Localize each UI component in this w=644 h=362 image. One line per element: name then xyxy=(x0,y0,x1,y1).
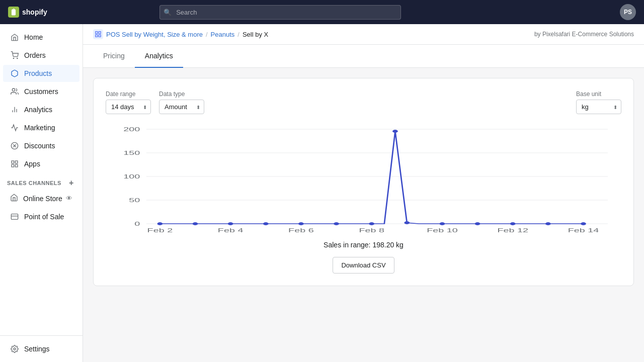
svg-text:Feb 2: Feb 2 xyxy=(147,227,173,233)
svg-text:Feb 14: Feb 14 xyxy=(568,227,599,233)
svg-rect-12 xyxy=(15,164,18,167)
avatar[interactable]: PS xyxy=(620,4,636,20)
analytics-card: Date range 14 days 7 days 30 days 90 day… xyxy=(93,78,634,286)
sidebar-item-orders[interactable]: Orders xyxy=(3,47,79,64)
data-type-group: Data type Amount Count xyxy=(159,90,204,114)
sales-channels-label: SALES CHANNELS xyxy=(7,180,61,186)
add-sales-channel-button[interactable]: + xyxy=(67,179,75,187)
app-icon xyxy=(93,29,103,39)
date-range-label: Date range xyxy=(106,90,151,98)
customers-icon xyxy=(10,87,19,96)
analytics-icon xyxy=(10,105,19,114)
settings-icon xyxy=(10,344,19,353)
breadcrumb: POS Sell by Weight, Size & more / Peanut… xyxy=(93,29,268,39)
online-store-visibility-icon[interactable]: 👁 xyxy=(66,195,72,202)
base-unit-label: Base unit xyxy=(576,90,621,98)
tab-pricing[interactable]: Pricing xyxy=(93,45,135,68)
base-unit-select-wrap: kg g lb oz xyxy=(576,100,621,114)
svg-text:50: 50 xyxy=(129,197,140,203)
tabs: Pricing Analytics xyxy=(83,45,644,68)
shopify-bag-icon xyxy=(8,7,19,18)
sidebar-item-customers[interactable]: Customers xyxy=(3,83,79,100)
svg-point-41 xyxy=(298,222,304,225)
svg-rect-17 xyxy=(99,32,101,34)
sidebar-label-analytics: Analytics xyxy=(24,106,52,114)
by-text: by Pixelsafari E-Commerce Solutions xyxy=(534,31,634,38)
marketing-icon xyxy=(10,123,19,132)
orders-icon xyxy=(10,51,19,60)
svg-text:Feb 10: Feb 10 xyxy=(427,227,458,233)
shopify-text: shopify xyxy=(22,8,47,16)
svg-point-42 xyxy=(334,222,339,225)
svg-text:200: 200 xyxy=(123,126,140,132)
svg-text:150: 150 xyxy=(123,150,140,156)
svg-rect-18 xyxy=(96,35,98,37)
svg-point-40 xyxy=(263,222,269,225)
svg-point-46 xyxy=(440,222,445,225)
sidebar-item-discounts[interactable]: Discounts xyxy=(3,137,79,154)
sidebar-label-marketing: Marketing xyxy=(24,124,55,132)
search-input[interactable] xyxy=(159,5,401,20)
svg-point-0 xyxy=(13,58,14,58)
sidebar-label-orders: Orders xyxy=(24,51,46,59)
analytics-chart: 200 150 100 50 0 Feb 2 Feb 4 Feb 6 Feb 8… xyxy=(106,124,621,235)
svg-text:Feb 6: Feb 6 xyxy=(288,227,314,233)
breadcrumb-sep-2: / xyxy=(237,31,239,38)
settings-label: Settings xyxy=(24,345,50,353)
date-range-select[interactable]: 14 days 7 days 30 days 90 days xyxy=(106,100,151,114)
topbar: shopify 🔍 PS xyxy=(0,0,644,24)
sidebar-item-point-of-sale[interactable]: Point of Sale xyxy=(3,208,79,225)
svg-point-43 xyxy=(369,222,374,225)
shopify-logo: shopify xyxy=(8,7,47,18)
base-unit-group: Base unit kg g lb oz xyxy=(576,90,621,114)
sidebar-item-settings[interactable]: Settings xyxy=(3,340,79,357)
sales-channels-header: SALES CHANNELS + xyxy=(0,173,83,189)
breadcrumb-peanuts[interactable]: Peanuts xyxy=(211,31,235,38)
svg-rect-13 xyxy=(11,214,18,220)
data-type-select-wrap: Amount Count xyxy=(159,100,204,114)
svg-point-2 xyxy=(12,88,15,91)
sidebar-label-products: Products xyxy=(24,69,52,77)
apps-icon xyxy=(10,159,19,168)
search-bar: 🔍 xyxy=(159,5,401,20)
products-icon xyxy=(10,69,19,78)
data-type-label: Data type xyxy=(159,90,204,98)
search-icon: 🔍 xyxy=(164,9,172,16)
sidebar-label-discounts: Discounts xyxy=(24,142,55,150)
sidebar-item-home[interactable]: Home xyxy=(3,29,79,46)
svg-text:Feb 8: Feb 8 xyxy=(359,227,384,233)
svg-point-37 xyxy=(157,222,163,225)
breadcrumb-app[interactable]: POS Sell by Weight, Size & more xyxy=(106,31,203,38)
discounts-icon xyxy=(10,141,19,150)
svg-rect-16 xyxy=(96,32,98,34)
sidebar-label-apps: Apps xyxy=(24,160,40,168)
sidebar-label-home: Home xyxy=(24,33,43,41)
breadcrumb-sep-1: / xyxy=(206,31,208,38)
controls: Date range 14 days 7 days 30 days 90 day… xyxy=(106,90,621,114)
sidebar-item-marketing[interactable]: Marketing xyxy=(3,119,79,136)
svg-text:Feb 4: Feb 4 xyxy=(218,227,244,233)
online-store-icon xyxy=(10,194,18,203)
sidebar-item-products[interactable]: Products xyxy=(3,65,79,82)
svg-point-49 xyxy=(545,222,551,225)
svg-point-1 xyxy=(17,58,18,58)
svg-point-38 xyxy=(193,222,198,225)
sidebar-item-apps[interactable]: Apps xyxy=(3,155,79,172)
sidebar: Home Orders Products Customers Analytics xyxy=(0,24,83,362)
svg-rect-10 xyxy=(15,161,18,163)
tab-analytics[interactable]: Analytics xyxy=(135,45,183,68)
sidebar-item-online-store[interactable]: Online Store 👁 xyxy=(3,190,79,207)
svg-rect-11 xyxy=(12,164,14,167)
point-of-sale-icon xyxy=(10,212,19,221)
svg-point-47 xyxy=(475,222,480,225)
svg-point-50 xyxy=(581,222,586,225)
chart-container: 200 150 100 50 0 Feb 2 Feb 4 Feb 6 Feb 8… xyxy=(106,124,621,235)
date-range-select-wrap: 14 days 7 days 30 days 90 days xyxy=(106,100,151,114)
base-unit-select[interactable]: kg g lb oz xyxy=(576,100,621,114)
download-csv-button[interactable]: Download CSV xyxy=(333,257,394,274)
sidebar-item-analytics[interactable]: Analytics xyxy=(3,101,79,118)
svg-text:0: 0 xyxy=(134,221,140,227)
svg-point-44 xyxy=(392,130,398,133)
data-type-select[interactable]: Amount Count xyxy=(159,100,204,114)
content-area: Date range 14 days 7 days 30 days 90 day… xyxy=(83,68,644,362)
